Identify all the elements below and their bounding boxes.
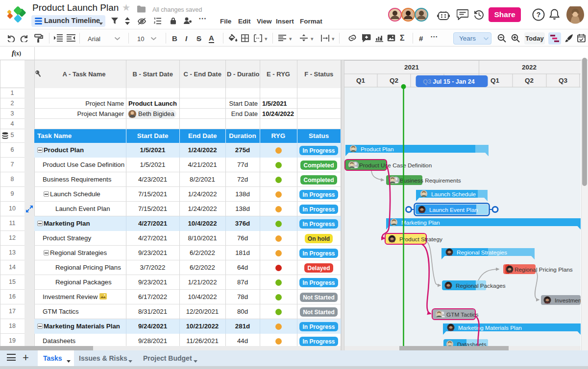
svg-text:Q1: Q1 — [490, 77, 500, 84]
svg-text:Q2: Q2 — [525, 77, 534, 84]
svg-text:Q1: Q1 — [356, 77, 366, 84]
svg-text:Launch Event Plan: Launch Event Plan — [429, 207, 478, 213]
svg-text:Q2: Q2 — [390, 77, 398, 84]
svg-text:Launch Schedule: Launch Schedule — [431, 191, 476, 198]
svg-text:Marketing Plan: Marketing Plan — [401, 219, 440, 226]
svg-text:?: ? — [537, 11, 541, 19]
svg-text:Marketing Materials Plan: Marketing Materials Plan — [458, 324, 522, 331]
svg-text:Product Strategy: Product Strategy — [399, 236, 442, 243]
svg-text:GTM Tactics: GTM Tactics — [446, 311, 478, 318]
svg-text:Business Requirements: Business Requirements — [400, 177, 461, 184]
svg-text:Regional Strategies: Regional Strategies — [457, 249, 507, 256]
svg-text:Q3: Q3 — [423, 78, 431, 85]
svg-text:Investment Review: Investment Review — [555, 297, 581, 304]
svg-text:Q3: Q3 — [559, 77, 568, 84]
svg-text:2022: 2022 — [522, 64, 537, 71]
svg-text:Regional Pricing Plans: Regional Pricing Plans — [514, 266, 573, 273]
svg-text:2021: 2021 — [404, 64, 419, 71]
svg-text:Jul 15 - Jan 24: Jul 15 - Jan 24 — [433, 78, 475, 85]
svg-text:Regional Packages: Regional Packages — [456, 282, 506, 289]
svg-text:Product Plan: Product Plan — [361, 146, 394, 153]
svg-text:Product Use Case Definition: Product Use Case Definition — [359, 162, 432, 169]
